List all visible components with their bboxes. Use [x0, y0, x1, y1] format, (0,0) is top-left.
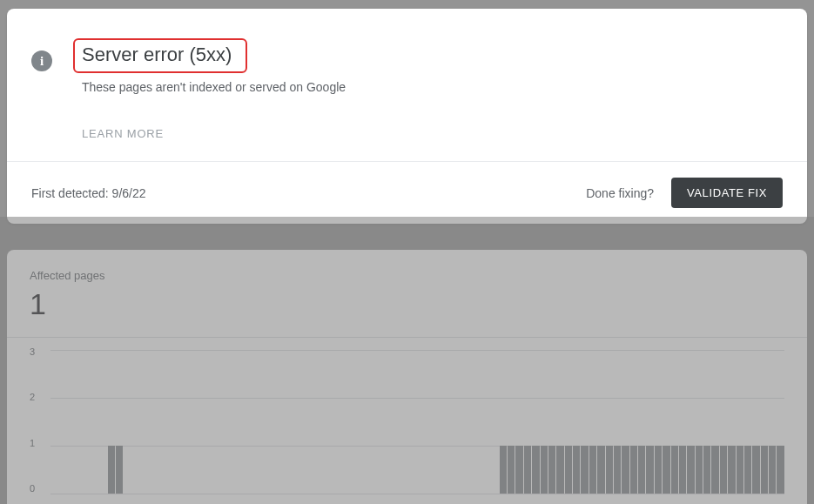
bar — [556, 446, 563, 494]
bar — [589, 446, 596, 494]
bar — [703, 446, 710, 494]
bar — [646, 446, 653, 494]
bar — [597, 446, 604, 494]
bar — [720, 446, 727, 494]
y-tick: 2 — [30, 392, 47, 402]
bar — [630, 446, 637, 494]
actions: Done fixing? VALIDATE FIX — [586, 178, 783, 208]
bar — [769, 446, 776, 494]
bar — [541, 446, 548, 494]
done-fixing-text: Done fixing? — [586, 186, 654, 200]
y-tick: 1 — [30, 438, 47, 448]
bar — [777, 446, 784, 494]
issue-title: Server error (5xx) — [73, 38, 247, 73]
y-tick: 0 — [30, 483, 47, 494]
bar — [737, 446, 743, 494]
chart-label: Affected pages — [7, 269, 807, 282]
bar — [532, 446, 539, 494]
bar — [696, 446, 703, 494]
card-header: i Server error (5xx) These pages aren't … — [7, 9, 807, 161]
info-icon: i — [31, 50, 52, 71]
validate-fix-button[interactable]: VALIDATE FIX — [671, 178, 783, 208]
gridline — [50, 494, 784, 494]
bar — [614, 446, 621, 494]
bar — [108, 446, 115, 494]
chart-value: 1 — [7, 287, 807, 321]
card-footer: First detected: 9/6/22 Done fixing? VALI… — [7, 161, 807, 224]
title-wrap: Server error (5xx) These pages aren't in… — [82, 45, 783, 140]
bar — [761, 446, 768, 494]
bars — [50, 350, 784, 494]
bar — [711, 446, 718, 494]
learn-more-link[interactable]: LEARN MORE — [82, 127, 783, 140]
bar — [638, 446, 645, 494]
bar — [687, 446, 694, 494]
bar — [581, 446, 588, 494]
bar — [573, 446, 580, 494]
bar — [671, 446, 678, 494]
chart-area: 3210 — [7, 337, 807, 504]
chart-card: Affected pages 1 3210 — [7, 250, 807, 504]
bar — [622, 446, 629, 494]
bar — [728, 446, 735, 494]
bar — [515, 446, 522, 494]
bar — [752, 446, 759, 494]
first-detected: First detected: 9/6/22 — [31, 186, 146, 200]
bar — [565, 446, 572, 494]
bar — [548, 446, 555, 494]
y-axis: 3210 — [30, 346, 47, 494]
bar — [655, 446, 662, 494]
bar — [663, 446, 669, 494]
bar — [508, 446, 515, 494]
first-detected-label: First detected: — [31, 186, 112, 200]
y-tick: 3 — [30, 346, 47, 357]
bar — [116, 446, 123, 494]
issue-card: i Server error (5xx) These pages aren't … — [7, 9, 807, 224]
bar — [606, 446, 613, 494]
plot — [50, 350, 784, 494]
bar — [679, 446, 686, 494]
bar — [524, 446, 531, 494]
bar — [744, 446, 751, 494]
issue-subtitle: These pages aren't indexed or served on … — [82, 80, 783, 94]
first-detected-date: 9/6/22 — [112, 186, 146, 200]
bar — [500, 446, 507, 494]
